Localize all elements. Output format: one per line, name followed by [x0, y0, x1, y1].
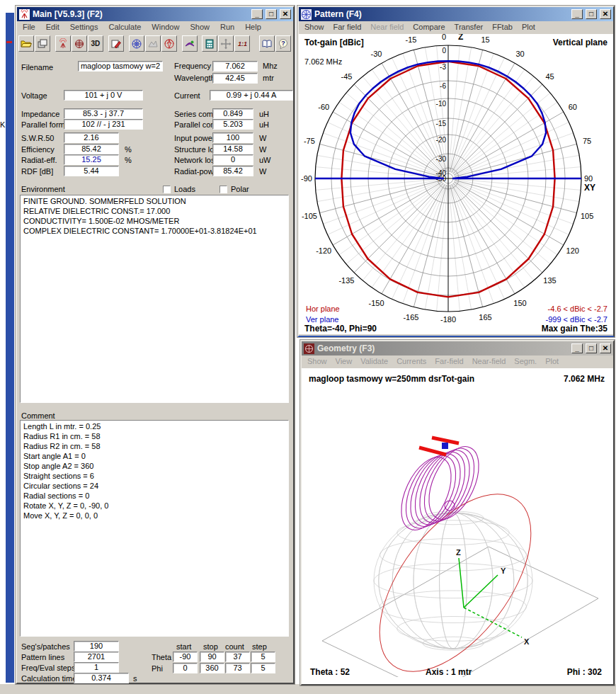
legend-ver-plane: Ver plane — [306, 315, 338, 324]
pattern-lines-label: Pattern lines — [21, 653, 64, 661]
geometry-menu-segm[interactable]: Segm. — [514, 357, 537, 367]
svg-text:XY: XY — [584, 183, 595, 193]
calculate-button[interactable] — [202, 35, 217, 52]
phi-step-input[interactable]: 5 — [251, 663, 275, 673]
pattern-menu-plot[interactable]: Plot — [522, 23, 535, 33]
smith-chart-button[interactable] — [161, 35, 177, 52]
loads-label: Loads — [174, 185, 195, 193]
edit-pencil-icon — [110, 38, 122, 50]
main-app-icon — [19, 9, 30, 20]
phi-stop-input[interactable]: 360 — [200, 663, 224, 673]
comment-textarea[interactable]: Length L in mtr. = 0.25 Radius R1 in cm.… — [20, 420, 289, 637]
pattern-menu-compare[interactable]: Compare — [413, 23, 445, 33]
near-field-surface-button[interactable] — [145, 35, 161, 52]
scale-1to1-button[interactable]: 1:1 — [234, 35, 250, 52]
menu-help[interactable]: Help — [245, 23, 261, 33]
svg-text:105: 105 — [581, 212, 593, 220]
environment-textarea[interactable]: FINITE GROUND. SOMMERFELD SOLUTION RELAT… — [20, 195, 289, 403]
pattern-window: Pattern (F4) _ □ ✕ Show Far field Near f… — [297, 6, 615, 337]
pattern-max-gain: Max gain The:35 — [542, 324, 608, 334]
menu-settings[interactable]: Settings — [70, 23, 98, 33]
efficiency-unit: % — [125, 145, 132, 154]
main-titlebar[interactable]: Main [V5.9.3] (F2) _ □ ✕ — [17, 7, 293, 21]
loads-checkbox[interactable] — [163, 186, 171, 193]
environment-label: Environment — [21, 185, 65, 193]
theta-step-input[interactable]: 5 — [251, 652, 275, 662]
svg-text:0: 0 — [442, 34, 446, 41]
geometry-model-title: magloop tasmowy w=250mm dsrTot-gain — [309, 374, 474, 384]
far-field-pattern-button[interactable] — [129, 35, 144, 52]
geometry-close-button[interactable]: ✕ — [600, 343, 611, 353]
legend-hor-plane: Hor plane — [306, 305, 340, 313]
geometry-menu-view[interactable]: View — [336, 357, 353, 367]
theta-label: Theta — [152, 653, 171, 661]
gray-surface-icon — [147, 38, 159, 50]
geometry-view-button[interactable] — [72, 35, 87, 52]
pattern-menu-fftab[interactable]: FFtab — [492, 23, 513, 33]
move-arrows-icon — [220, 38, 232, 50]
pattern-menu-far-field[interactable]: Far field — [333, 23, 362, 33]
rdf-value: 5.44 — [64, 166, 119, 176]
frequency-value: 7.062 — [212, 61, 258, 72]
pattern-plot-area[interactable]: 0-3-6-10-15-20-30-40-50-180-165-150-135-… — [299, 34, 613, 334]
pattern-titlebar[interactable]: Pattern (F4) _ □ ✕ — [299, 7, 613, 21]
menu-run[interactable]: Run — [220, 23, 234, 33]
main-maximize-button[interactable]: □ — [266, 9, 277, 19]
theta-start-input[interactable]: -90 — [173, 652, 198, 662]
3d-viewer-button[interactable] — [182, 35, 198, 52]
geometry-menu-near-field[interactable]: Near-field — [472, 357, 506, 367]
docs-button[interactable] — [259, 35, 275, 52]
pattern-minimize-button[interactable]: _ — [571, 9, 583, 19]
input-power-value: 100 — [212, 132, 253, 143]
menu-window[interactable]: Window — [152, 23, 179, 33]
1to1-icon: 1:1 — [238, 40, 247, 47]
geometry-maximize-button[interactable]: □ — [586, 343, 597, 353]
theta-stop-input[interactable]: 90 — [200, 652, 224, 662]
wavelength-value: 42.45 — [212, 73, 258, 84]
geometry-status-axis: Axis : 1 mtr — [426, 667, 472, 677]
main-minimize-button[interactable]: _ — [251, 9, 263, 19]
pattern-maximize-button[interactable]: □ — [586, 9, 597, 19]
geometry-window: Geometry (F3) _ □ ✕ Show View Validate C… — [300, 340, 615, 686]
3d-view-button[interactable]: 3D — [88, 35, 103, 52]
geometry-status-phi: Phi : 302 — [567, 667, 602, 677]
geometry-view-area[interactable]: magloop tasmowy w=250mm dsrTot-gain 7.06… — [302, 368, 613, 684]
geometry-minimize-button[interactable]: _ — [571, 343, 583, 353]
pattern-menu-show[interactable]: Show — [304, 23, 324, 33]
geometry-menu-plot[interactable]: Plot — [545, 357, 559, 367]
geometry-menu-validate[interactable]: Validate — [360, 357, 388, 367]
menu-show[interactable]: Show — [190, 23, 210, 33]
menu-calculate[interactable]: Calculate — [108, 23, 141, 33]
pattern-frequency: 7.062 MHz — [304, 57, 342, 66]
voltage-value: 101 + j 0 V — [64, 90, 143, 101]
pattern-menubar: Show Far field Near field Compare Transf… — [299, 21, 613, 34]
phi-count-input[interactable]: 73 — [225, 663, 250, 673]
main-close-button[interactable]: ✕ — [280, 9, 291, 19]
svg-text:?: ? — [281, 40, 285, 47]
menu-file[interactable]: File — [23, 23, 35, 33]
nec-editor-button[interactable] — [108, 35, 124, 52]
blue-pattern-icon — [131, 38, 142, 50]
geometry-titlebar[interactable]: Geometry (F3) _ □ ✕ — [302, 341, 613, 355]
network-loss-unit: uW — [259, 156, 271, 164]
antenna-view-button[interactable] — [55, 35, 71, 52]
geometry-menu-show[interactable]: Show — [307, 357, 327, 367]
pattern-menu-near-field[interactable]: Near field — [370, 23, 404, 33]
help-button[interactable]: ? — [275, 35, 291, 52]
theta-count-input[interactable]: 37 — [225, 652, 250, 662]
pattern-menu-transfer[interactable]: Transfer — [455, 23, 484, 33]
segs-label: Seg's/patches — [21, 642, 70, 651]
move-button[interactable] — [218, 35, 234, 52]
geometry-menu-far-field[interactable]: Far-field — [435, 357, 463, 367]
save-windows-button[interactable] — [35, 35, 50, 52]
polar-checkbox[interactable] — [219, 186, 227, 193]
svg-text:-165: -165 — [403, 313, 418, 322]
sweep-header-count: count — [225, 642, 244, 651]
open-file-button[interactable] — [18, 35, 34, 52]
phi-start-input[interactable]: 0 — [173, 663, 198, 673]
menu-edit[interactable]: Edit — [46, 23, 59, 33]
pattern-close-button[interactable]: ✕ — [600, 9, 611, 19]
filename-input[interactable]: magloop tasmowy w=2 — [78, 61, 163, 72]
geometry-menu-currents[interactable]: Currents — [397, 357, 426, 367]
svg-text:90: 90 — [584, 174, 593, 183]
